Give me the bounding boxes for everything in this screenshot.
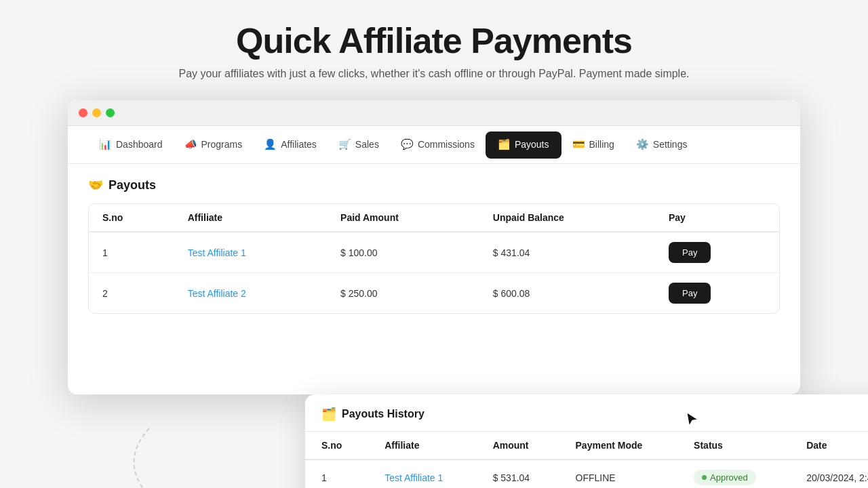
payouts-section-title: Payouts [108,178,156,192]
col-sno: S.no [89,204,174,232]
payout-paid-amount-0: $ 100.00 [327,232,479,273]
browser-window: 📊 Dashboard 📣 Programs 👤 Affiliates 🛒 Sa… [68,100,800,394]
programs-icon: 📣 [184,138,197,150]
history-card-header: 🗂️ Payouts History [305,394,868,432]
hist-col-payment-mode: Payment Mode [559,432,678,460]
hist-col-date: Date [790,432,868,460]
close-button[interactable] [79,108,87,117]
payout-unpaid-balance-0: $ 431.04 [479,232,655,273]
payouts-table-header-row: S.no Affiliate Paid Amount Unpaid Balanc… [89,204,779,232]
table-row: 2 Test Affiliate 2 $ 250.00 $ 600.08 Pay [89,273,779,314]
hist-date-0: 20/03/2024, 2:43:23 PM [790,460,868,488]
hist-affiliate-0: Test Affiliate 1 [368,460,477,488]
nav-label-dashboard: Dashboard [116,139,163,150]
col-pay: Pay [655,204,779,232]
nav-label-programs: Programs [201,139,243,150]
pay-button-1[interactable]: Pay [669,283,711,304]
nav-label-commissions: Commissions [418,139,475,150]
nav-label-payouts: Payouts [515,139,549,150]
nav-item-billing[interactable]: 💳 Billing [561,126,625,164]
col-paid-amount: Paid Amount [327,204,479,232]
hist-amount-0: $ 531.04 [477,460,559,488]
nav-bar: 📊 Dashboard 📣 Programs 👤 Affiliates 🛒 Sa… [68,126,800,164]
dashboard-icon: 📊 [99,138,112,150]
bottom-container: 🗂️ Payouts History S.no Affiliate Amount… [68,388,800,488]
page-subtitle: Pay your affiliates with just a few clic… [178,68,689,80]
status-dot-icon [702,475,707,480]
nav-label-billing: Billing [589,139,614,150]
page-title: Quick Affiliate Payments [236,20,632,61]
nav-item-settings[interactable]: ⚙️ Settings [625,126,698,164]
browser-titlebar [68,100,800,126]
nav-item-dashboard[interactable]: 📊 Dashboard [88,126,174,164]
col-affiliate: Affiliate [174,204,327,232]
hist-status-0: Approved [677,460,790,488]
payout-pay-cell-0: Pay [655,232,779,273]
table-row: 1 Test Affiliate 1 $ 531.04 OFFLINE Appr… [305,460,868,488]
hist-col-affiliate: Affiliate [368,432,477,460]
nav-label-affiliates: Affiliates [281,139,317,150]
payout-paid-amount-1: $ 250.00 [327,273,479,314]
nav-label-sales: Sales [355,139,379,150]
nav-item-commissions[interactable]: 💬 Commissions [390,126,486,164]
hist-col-amount: Amount [477,432,559,460]
billing-icon: 💳 [572,138,585,150]
nav-label-settings: Settings [653,139,688,150]
history-icon: 🗂️ [321,407,336,422]
payouts-section-header: 🤝 Payouts [88,178,780,192]
history-section-title: Payouts History [342,408,425,420]
payouts-table: S.no Affiliate Paid Amount Unpaid Balanc… [89,204,779,313]
payout-affiliate-1: Test Affiliate 2 [174,273,327,314]
dashed-arrow-left [115,422,156,488]
settings-icon: ⚙️ [636,138,649,150]
payout-sno-1: 2 [89,273,174,314]
minimize-button[interactable] [92,108,101,117]
payout-unpaid-balance-1: $ 600.08 [479,273,655,314]
pay-button-0[interactable]: Pay [669,242,711,263]
hist-sno-0: 1 [305,460,368,488]
payout-pay-cell-1: Pay [655,273,779,314]
nav-item-payouts[interactable]: 🗂️ Payouts [486,131,561,159]
affiliates-icon: 👤 [264,138,277,150]
col-unpaid-balance: Unpaid Balance [479,204,655,232]
history-table-header-row: S.no Affiliate Amount Payment Mode Statu… [305,432,868,460]
maximize-button[interactable] [106,108,115,117]
hist-col-status: Status [677,432,790,460]
commissions-icon: 💬 [401,138,414,150]
sales-icon: 🛒 [338,138,351,150]
nav-item-affiliates[interactable]: 👤 Affiliates [253,126,328,164]
nav-item-sales[interactable]: 🛒 Sales [328,126,390,164]
hist-col-sno: S.no [305,432,368,460]
hist-payment-mode-0: OFFLINE [559,460,678,488]
nav-item-programs[interactable]: 📣 Programs [174,126,254,164]
table-row: 1 Test Affiliate 1 $ 100.00 $ 431.04 Pay [89,232,779,273]
payouts-icon: 🗂️ [498,138,511,150]
main-content: 🤝 Payouts S.no Affiliate Paid Amount Unp… [68,164,800,394]
history-card: 🗂️ Payouts History S.no Affiliate Amount… [305,394,868,488]
payout-affiliate-0: Test Affiliate 1 [174,232,327,273]
payouts-section-icon: 🤝 [88,178,103,192]
payout-sno-0: 1 [89,232,174,273]
status-badge: Approved [694,470,756,485]
payouts-table-wrapper: S.no Affiliate Paid Amount Unpaid Balanc… [88,203,780,314]
page-wrapper: Quick Affiliate Payments Pay your affili… [0,0,868,488]
history-table: S.no Affiliate Amount Payment Mode Statu… [305,432,868,488]
